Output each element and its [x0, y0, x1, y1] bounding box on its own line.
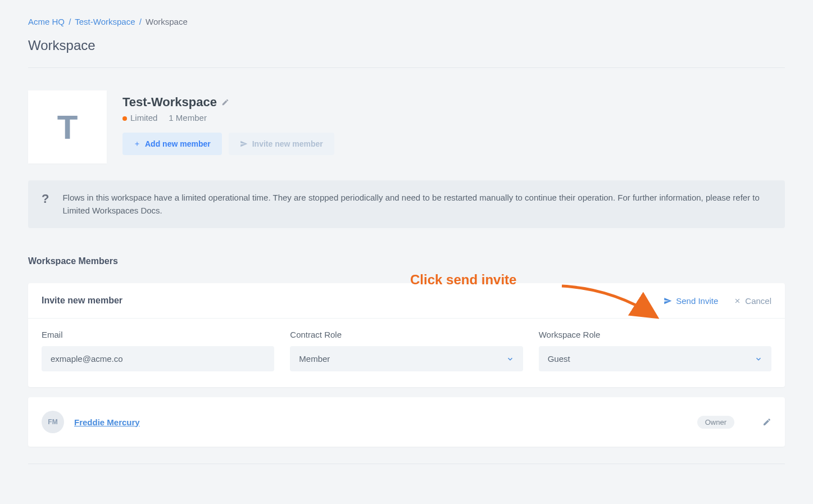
edit-member-icon[interactable] — [762, 417, 771, 426]
info-banner-text: Flows in this workspace have a limited o… — [62, 192, 771, 217]
member-card: FM Freddie Mercury Owner — [28, 397, 785, 447]
annotation-text: Click send invite — [410, 272, 516, 288]
member-avatar: FM — [42, 411, 64, 433]
email-label: Email — [42, 330, 274, 339]
cancel-label: Cancel — [745, 296, 771, 306]
workspace-role-field-wrap: Workspace Role Guest — [539, 330, 771, 371]
send-invite-label: Send Invite — [676, 296, 718, 306]
chevron-down-icon — [755, 355, 762, 363]
members-section-title: Workspace Members — [28, 256, 785, 266]
edit-name-icon[interactable] — [221, 98, 229, 106]
invite-card-title: Invite new member — [42, 296, 122, 306]
invite-card: Invite new member Send Invite Cancel Ema… — [28, 283, 785, 387]
invite-card-header: Invite new member Send Invite Cancel — [28, 283, 785, 319]
email-input[interactable] — [42, 346, 274, 371]
breadcrumb: Acme HQ / Test-Workspace / Workspace — [28, 17, 785, 26]
invite-member-button: Invite new member — [229, 133, 334, 155]
breadcrumb-sep: / — [139, 17, 142, 26]
invite-member-label: Invite new member — [252, 139, 323, 148]
workspace-status: Limited — [122, 113, 157, 122]
workspace-member-count: 1 Member — [169, 113, 207, 122]
cancel-button[interactable]: Cancel — [734, 296, 771, 306]
contract-role-value: Member — [299, 354, 330, 364]
workspace-info: Test-Workspace Limited 1 Member Add new … — [122, 90, 334, 155]
workspace-name: Test-Workspace — [122, 95, 217, 110]
workspace-role-select[interactable]: Guest — [539, 346, 771, 371]
chevron-down-icon — [506, 355, 514, 363]
email-field-wrap: Email — [42, 330, 274, 371]
breadcrumb-sep: / — [69, 17, 71, 26]
workspace-avatar: T — [28, 90, 107, 164]
contract-role-field-wrap: Contract Role Member — [290, 330, 523, 371]
send-invite-button[interactable]: Send Invite — [664, 296, 718, 306]
breadcrumb-current: Workspace — [146, 17, 188, 26]
add-member-label: Add new member — [145, 139, 211, 148]
paper-plane-icon — [240, 140, 248, 148]
info-banner: ? Flows in this workspace have a limited… — [28, 180, 785, 228]
add-member-button[interactable]: Add new member — [122, 133, 222, 155]
close-icon — [734, 297, 741, 305]
page-title: Workspace — [28, 38, 785, 68]
member-name-link[interactable]: Freddie Mercury — [74, 417, 140, 427]
invite-card-body: Email Contract Role Member Workspace Rol… — [28, 319, 785, 387]
question-icon: ? — [42, 192, 49, 205]
bottom-divider — [28, 464, 785, 464]
workspace-status-label: Limited — [130, 113, 157, 122]
member-role-badge: Owner — [697, 416, 734, 429]
breadcrumb-workspace[interactable]: Test-Workspace — [75, 17, 135, 26]
workspace-role-label: Workspace Role — [539, 330, 771, 339]
status-dot-icon — [122, 116, 127, 121]
workspace-header: T Test-Workspace Limited 1 Member Add ne… — [28, 90, 785, 164]
member-row: FM Freddie Mercury Owner — [28, 397, 785, 447]
breadcrumb-org[interactable]: Acme HQ — [28, 17, 65, 26]
annotation-arrow-icon — [545, 278, 669, 328]
plus-icon — [134, 140, 140, 147]
contract-role-label: Contract Role — [290, 330, 523, 339]
contract-role-select[interactable]: Member — [290, 346, 523, 371]
workspace-role-value: Guest — [548, 354, 570, 364]
